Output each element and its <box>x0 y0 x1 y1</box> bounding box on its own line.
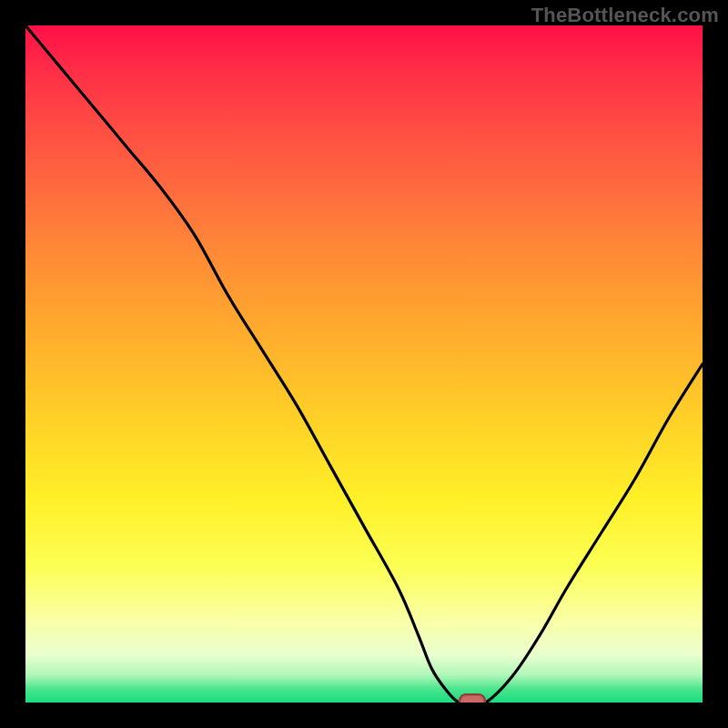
bottleneck-curve <box>25 25 703 703</box>
watermark-text: TheBottleneck.com <box>531 4 719 27</box>
plot-area <box>25 25 703 703</box>
curve-path <box>25 25 703 703</box>
chart-frame: TheBottleneck.com <box>0 0 728 728</box>
optimal-marker <box>459 693 486 703</box>
